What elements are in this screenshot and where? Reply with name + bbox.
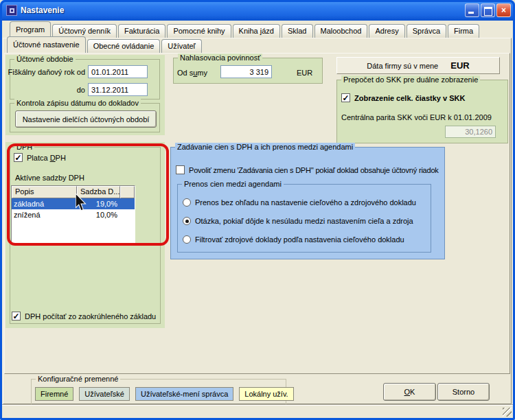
parity-input: 30,1260 [445,126,496,138]
skk-display-checkbox[interactable]: ✓ Zobrazenie celk. čiastky v SKK [341,93,465,102]
config-lokalny-uziv-button[interactable]: Lokálny užív. [239,387,293,401]
close-icon[interactable]: × [496,3,511,17]
price-transfer-title: Prenos cien medzi agendami [182,180,284,188]
radio-ask-on-mismatch[interactable]: Otázka, pokiaľ dôjde k nesúladu medzi na… [183,217,413,225]
allow-price-change-label: Povoliť zmenu 'Zadávania cien s DPH'' po… [189,166,439,174]
dph-group-title: DPH [14,143,34,151]
fiscal-year-from-label: Fiškálny daňový rok od [12,68,85,76]
tab-firma[interactable]: Firma [448,24,479,38]
checkbox-unchecked-icon [176,165,185,174]
sum-label: Od sumy [177,69,207,77]
accounting-period-title: Účtovné obdobie [14,55,76,63]
parity-label: Centrálna parita SKK voči EUR k 01.01.20… [341,113,492,121]
maximize-icon[interactable] [481,3,495,17]
column-header-spacer [120,186,135,198]
radio-transfer-regardless[interactable]: Prenos bez ohľadu na nastavenie cieľovéh… [183,198,416,207]
checkbox-checked-icon: ✓ [341,93,350,102]
radio-off-icon [183,235,191,244]
dph-rounding-checkbox[interactable]: ✓ DPH počítať zo zaokrúhleného základu [12,312,156,320]
tab-program[interactable]: Program [10,21,51,38]
sum-currency-label: EUR [297,69,312,77]
config-uzivatelske-meni-spravca-button[interactable]: Užívateľské-mení správca [135,387,233,401]
table-row[interactable]: základná 19,0% [12,198,135,209]
tab-uzivatel[interactable]: Užívateľ [161,39,202,53]
tab-pomocne-knihy[interactable]: Pomocné knihy [167,24,231,38]
allow-price-change-checkbox[interactable]: Povoliť zmenu 'Zadávania cien s DPH'' po… [176,165,439,174]
tab-uctovne-nastavenie[interactable]: Účtovné nastavenie [7,36,86,53]
reporting-duty-title: Nahlasovacia povinnosť [178,54,262,62]
storno-button[interactable]: Storno [437,383,490,401]
tab-kniha-jazd[interactable]: Kniha jázd [233,24,280,38]
config-uzivatelske-button[interactable]: Užívateľské [79,387,130,401]
checkbox-checked-icon: ✓ [12,312,21,320]
config-buttons-row: Firemné Užívateľské Užívateľské-mení spr… [35,387,294,401]
dph-rates-table-header: Popis Sadzba D... [12,186,135,198]
radio-on-icon [183,217,191,225]
fiscal-year-to-label: do [12,86,85,94]
dph-rounding-label: DPH počítať zo zaokrúhleného základu [25,312,156,320]
mouse-cursor-icon [76,194,87,211]
main-tab-bar: Program Účtovný denník Fakturácia Pomocn… [10,24,479,38]
ok-button[interactable]: OK [383,383,436,401]
config-firemne-button[interactable]: Firemné [35,387,73,401]
tab-spravca[interactable]: Správca [407,24,446,38]
column-header-popis[interactable]: Popis [12,186,77,198]
app-icon [6,5,17,16]
sub-tab-bar: Účtovné nastavenie Obecné ovládanie Užív… [7,40,202,53]
tab-uctovny-dennik[interactable]: Účtovný denník [52,24,117,38]
config-variables-title: Konfiguračné premenné [36,375,120,383]
tab-adresy[interactable]: Adresy [369,24,404,38]
title-bar[interactable]: Nastavenie × [0,0,515,21]
fiscal-year-to-input[interactable]: 31.12.2011 [88,83,148,96]
company-currency-label: Dáta firmy sú v mene [367,62,438,70]
sum-input[interactable]: 3 319 [220,65,272,78]
company-currency-bar: Dáta firmy sú v mene EUR [336,57,500,74]
pricing-group-title: Zadávanie cien s DPH a ich prenos medzi … [175,143,355,151]
tab-sklad[interactable]: Sklad [282,24,313,38]
tab-obecne-ovladanie[interactable]: Obecné ovládanie [87,39,161,53]
tab-fakturacia[interactable]: Fakturácia [118,24,165,38]
radio-filter-source-docs[interactable]: Filtrovať zdrojové doklady podľa nastave… [183,235,404,244]
settings-window: Nastavenie × Program Účtovný denník Fakt… [0,0,515,420]
skk-conversion-title: Prepočet do SKK pre duálne zobrazenie [341,75,480,84]
partial-periods-button[interactable]: Nastavenie dielčích účtovných období [15,110,157,128]
skk-display-label: Zobrazenie celk. čiastky v SKK [354,94,465,102]
minimize-icon[interactable] [465,3,479,17]
checkbox-checked-icon: ✓ [14,153,23,162]
window-title: Nastavenie [21,5,464,15]
radio-off-icon [183,198,191,207]
fiscal-year-from-input[interactable]: 01.01.2011 [88,65,148,78]
company-currency-value: EUR [450,60,469,71]
status-bar [2,405,513,418]
date-check-title: Kontrola zápisu dátumu do dokladov [14,99,141,107]
platca-dph-checkbox[interactable]: ✓ Platca DPH [14,153,66,162]
tab-maloobchod[interactable]: Maloobchod [314,24,368,38]
table-row[interactable]: znížená 10,0% [12,209,135,220]
resize-grip[interactable] [503,408,512,417]
dph-rates-table: Popis Sadzba D... základná 19,0% znížená… [11,185,135,245]
active-rates-label: Aktívne sadzby DPH [15,174,84,182]
